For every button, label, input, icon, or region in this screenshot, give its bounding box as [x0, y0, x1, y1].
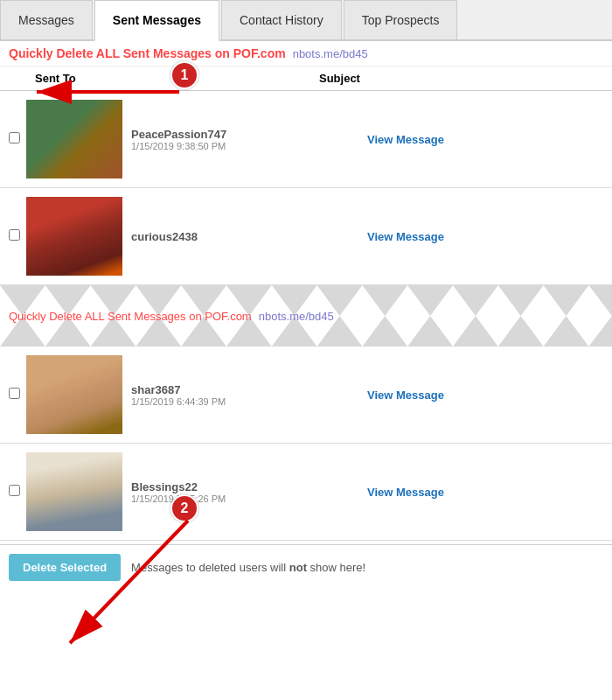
row-info-2: curious2438: [131, 230, 367, 243]
promo-in-tear: Quickly Delete ALL Sent Messages on POF.…: [0, 310, 612, 323]
row-checkbox-3[interactable]: [9, 388, 26, 402]
username-4[interactable]: Blessings22: [131, 480, 367, 494]
row-subject-3: View Message: [367, 388, 603, 402]
row-info-4: Blessings22 1/15/2019 5:55:26 PM: [131, 480, 367, 504]
row-checkbox-4[interactable]: [9, 485, 26, 499]
tab-sent-messages[interactable]: Sent Messages: [94, 0, 219, 41]
avatar-3: [26, 355, 122, 434]
message-row-3: shar3687 1/15/2019 6:44:39 PM View Messa…: [0, 346, 612, 444]
promo-text-mid: Quickly Delete ALL Sent Messages on POF.…: [9, 310, 252, 323]
checkbox-1[interactable]: [9, 132, 20, 144]
date-1: 1/15/2019 9:38:50 PM: [131, 141, 367, 151]
checkbox-4[interactable]: [9, 485, 20, 496]
view-message-1[interactable]: View Message: [367, 133, 444, 146]
username-2[interactable]: curious2438: [131, 230, 367, 243]
avatar-1: [26, 100, 122, 178]
tear-section: Quickly Delete ALL Sent Messages on POF.…: [0, 285, 612, 346]
row-info-1: PeacePassion747 1/15/2019 9:38:50 PM: [131, 128, 367, 151]
note-before: Messages to deleted users will: [131, 561, 289, 574]
checkbox-3[interactable]: [9, 388, 20, 399]
avatar-2: [26, 197, 122, 276]
tab-messages[interactable]: Messages: [0, 0, 93, 39]
page-wrapper: Messages Sent Messages Contact History T…: [0, 0, 612, 590]
promo-link-mid[interactable]: nbots.me/bd45: [259, 310, 334, 323]
note-bold: not: [289, 561, 307, 574]
row-subject-4: View Message: [367, 486, 603, 499]
avatar-4: [26, 452, 122, 531]
row-checkbox-1[interactable]: [9, 132, 26, 146]
delete-selected-button[interactable]: Delete Selected: [9, 554, 121, 581]
bottom-note: Messages to deleted users will not show …: [131, 561, 365, 574]
promo-link-top[interactable]: nbots.me/bd45: [293, 47, 368, 60]
header-subject: Subject: [319, 72, 603, 85]
badge-2: 2: [170, 494, 198, 522]
row-checkbox-2[interactable]: [9, 229, 26, 243]
row-subject-1: View Message: [367, 133, 603, 146]
checkbox-2[interactable]: [9, 229, 20, 241]
view-message-3[interactable]: View Message: [367, 388, 444, 402]
date-3: 1/15/2019 6:44:39 PM: [131, 396, 367, 407]
date-4: 1/15/2019 5:55:26 PM: [131, 494, 367, 504]
tab-top-prospects[interactable]: Top Prospects: [344, 0, 458, 39]
bottom-bar: Delete Selected Messages to deleted user…: [0, 544, 612, 590]
badge-1: 1: [170, 61, 198, 89]
message-row-2: curious2438 View Message: [0, 188, 612, 285]
message-row: PeacePassion747 1/15/2019 9:38:50 PM Vie…: [0, 91, 612, 188]
row-subject-2: View Message: [367, 230, 603, 243]
username-3[interactable]: shar3687: [131, 383, 367, 396]
view-message-2[interactable]: View Message: [367, 230, 444, 243]
note-after: show here!: [307, 561, 365, 574]
username-1[interactable]: PeacePassion747: [131, 128, 367, 141]
row-info-3: shar3687 1/15/2019 6:44:39 PM: [131, 383, 367, 407]
tab-bar: Messages Sent Messages Contact History T…: [0, 0, 612, 41]
view-message-4[interactable]: View Message: [367, 486, 444, 499]
promo-text-top: Quickly Delete ALL Sent Messages on POF.…: [9, 46, 286, 60]
table-header: Sent To Subject: [0, 66, 612, 91]
message-row-4: Blessings22 1/15/2019 5:55:26 PM View Me…: [0, 444, 612, 541]
tab-contact-history[interactable]: Contact History: [221, 0, 342, 39]
promo-banner-top: Quickly Delete ALL Sent Messages on POF.…: [0, 41, 612, 66]
